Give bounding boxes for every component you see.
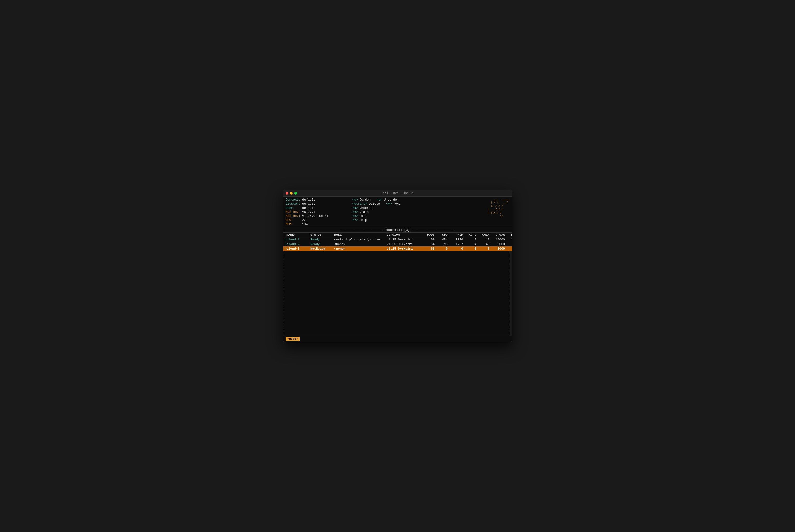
col-header-mema: MEM/A xyxy=(507,233,512,237)
node-mema-1: 31838 xyxy=(507,238,512,242)
maximize-button[interactable] xyxy=(294,192,297,195)
table-row[interactable]: | cloud-1 Ready control-plane,etcd,maste… xyxy=(283,238,512,242)
table-row[interactable]: | cloud-2 Ready <none> v1.25.9+rke2r1 64… xyxy=(283,242,512,246)
shortcut-label-uncordon: Uncordon xyxy=(384,198,399,202)
shortcut-key-d: <d> xyxy=(352,206,358,210)
pipe-header: | xyxy=(283,233,286,237)
node-mem-2: 1707 xyxy=(450,242,465,246)
node-version-3: v1.25.9+rke2r1 xyxy=(387,247,423,250)
empty-area xyxy=(283,251,512,336)
col-header-mem: MEM xyxy=(450,233,465,237)
shortcut-key-ctrld: <ctrl-d> xyxy=(352,202,367,206)
terminal-content: Context: default Cluster: default User: … xyxy=(283,196,512,342)
k9s-rev-value: v0.27.4 xyxy=(302,210,315,214)
node-cpu-3: 0 xyxy=(437,247,450,250)
col-header-cpu: CPU xyxy=(437,233,450,237)
shortcut-label-edit: Edit xyxy=(359,214,367,218)
col-header-name: NAME↑ xyxy=(286,233,310,237)
window-title: .ssh — k9s — 191×51 xyxy=(381,192,414,195)
node-pods-3: 63 xyxy=(423,247,437,250)
node-status-3: NotReady xyxy=(310,247,334,250)
node-name-1: cloud-1 xyxy=(286,238,310,242)
node-cpua-2: 2000 xyxy=(492,242,507,246)
right-border xyxy=(506,251,510,336)
shortcut-label-help: Help xyxy=(359,218,367,222)
titlebar: .ssh — k9s — 191×51 xyxy=(283,190,512,196)
node-pmem-1: 12 xyxy=(479,238,492,242)
node-pmem-3: 0 xyxy=(479,247,492,250)
empty-space xyxy=(286,251,506,336)
node-mema-2: 3923 xyxy=(507,242,512,246)
minimize-button[interactable] xyxy=(290,192,293,195)
node-cpua-3: 2000 xyxy=(492,247,507,250)
table-row[interactable]: | cloud-3 NotReady <none> v1.25.9+rke2r1… xyxy=(283,246,512,251)
node-cpu-1: 454 xyxy=(437,238,450,242)
cluster-label: Cluster: xyxy=(285,202,302,206)
node-role-2: <none> xyxy=(334,242,387,246)
pipe-1: | xyxy=(283,238,286,242)
node-pods-2: 64 xyxy=(423,242,437,246)
shortcut-key-e-edit: <e> xyxy=(352,214,358,218)
node-cpua-1: 16000 xyxy=(492,238,507,242)
terminal-window: .ssh — k9s — 191×51 Context: default Clu… xyxy=(283,190,512,342)
node-pmem-2: 43 xyxy=(479,242,492,246)
info-left: Context: default Cluster: default User: … xyxy=(285,198,338,226)
col-header-pods: PODS xyxy=(423,233,437,237)
mem-label: MEM: xyxy=(285,222,302,226)
section-title: ─────────────────────── Nodes(all)[3] ──… xyxy=(283,227,512,233)
footer: <node> xyxy=(283,336,512,342)
shortcut-label-describe: Describe xyxy=(359,206,374,210)
node-mem-1: 3876 xyxy=(450,238,465,242)
node-mema-3: 3923 xyxy=(507,247,512,250)
cpu-value: 2% xyxy=(302,218,306,222)
node-role-1: control-plane,etcd,master xyxy=(334,238,387,242)
col-header-pcpu: %CPU xyxy=(465,233,479,237)
col-header-status: STATUS xyxy=(310,233,334,237)
node-status-1: Ready xyxy=(310,238,334,242)
left-border xyxy=(283,251,286,336)
node-pods-1: 100 xyxy=(423,238,437,242)
shortcut-label-delete: Delete xyxy=(369,202,380,206)
node-mem-3: 0 xyxy=(450,247,465,250)
shortcut-key-y: <y> xyxy=(386,202,391,206)
footer-tag: <node> xyxy=(285,337,300,341)
node-cpu-2: 93 xyxy=(437,242,450,246)
node-pcpu-3: 0 xyxy=(465,247,479,250)
context-label: Context: xyxy=(285,198,302,202)
scrollbar[interactable] xyxy=(510,251,512,336)
node-name-3: cloud-3 xyxy=(286,247,310,250)
shortcut-label-drain: Drain xyxy=(359,210,369,214)
context-value: default xyxy=(302,198,315,202)
col-header-cpua: CPU/A xyxy=(492,233,507,237)
node-version-2: v1.25.9+rke2r1 xyxy=(387,242,423,246)
shortcut-label-yaml: YAML xyxy=(393,202,401,206)
shortcuts-panel: <c> Cordon <u> Uncordon <ctrl-d> Delete … xyxy=(338,198,424,226)
table-header: | NAME↑ STATUS ROLE VERSION PODS CPU MEM… xyxy=(283,233,512,238)
node-role-3: <none> xyxy=(334,247,387,250)
node-pcpu-1: 2 xyxy=(465,238,479,242)
node-version-1: v1.25.9+rke2r1 xyxy=(387,238,423,242)
traffic-lights xyxy=(285,192,297,195)
k9s-rev-label: K9s Rev xyxy=(285,210,302,214)
node-name-2: cloud-2 xyxy=(286,242,310,246)
user-value: default xyxy=(302,206,315,210)
header-info: Context: default Cluster: default User: … xyxy=(283,196,512,227)
cluster-value: default xyxy=(302,202,315,206)
shortcut-label-cordon: Cordon xyxy=(359,198,371,202)
shortcut-key-help: <?> xyxy=(352,218,358,222)
user-label: User: xyxy=(285,206,302,210)
pipe-2: | xyxy=(283,242,286,246)
node-pcpu-2: 4 xyxy=(465,242,479,246)
shortcut-key-c: <c> xyxy=(352,198,358,202)
nodes-table: | NAME↑ STATUS ROLE VERSION PODS CPU MEM… xyxy=(283,233,512,336)
close-button[interactable] xyxy=(285,192,289,195)
mem-value: 14% xyxy=(302,222,308,226)
col-header-version: VERSION xyxy=(387,233,423,237)
col-header-role: ROLE xyxy=(334,233,387,237)
shortcut-key-u: <u> xyxy=(377,198,382,202)
cpu-label: CPU: xyxy=(285,218,302,222)
shortcut-key-e-drain: <e> xyxy=(352,210,358,214)
k8s-rev-value: v1.25.9+rke2r1 xyxy=(302,214,328,218)
col-header-pmem: %MEM xyxy=(479,233,492,237)
k9s-logo: ___ _____ | / /_ __/ |/ / / /| / / /|_|\… xyxy=(487,197,510,218)
